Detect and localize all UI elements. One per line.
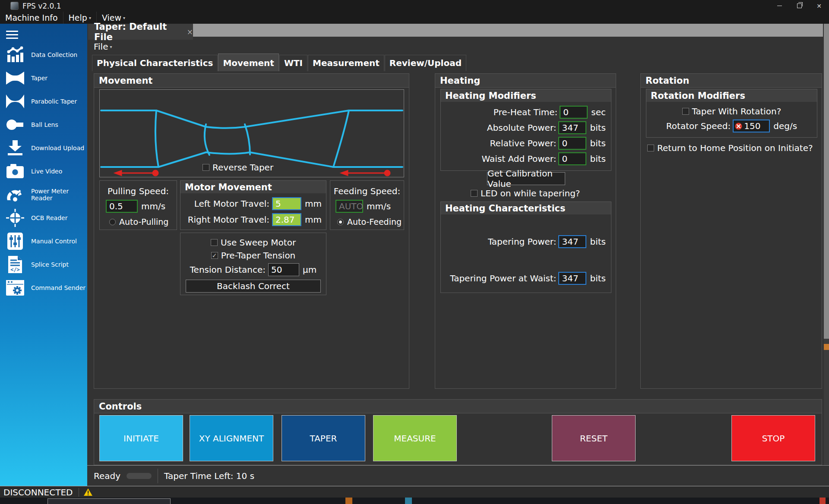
waist-add-power-label: Waist Add Power: bbox=[482, 154, 557, 164]
sidebar-item-power-meter-reader[interactable]: Power Meter Reader bbox=[0, 183, 87, 206]
connection-status-bar: DISCONNECTED bbox=[0, 486, 829, 498]
sidebar-item-ocb-reader[interactable]: OCB Reader bbox=[0, 206, 87, 230]
ball-lens-icon bbox=[5, 115, 25, 134]
taskbar-app-icon[interactable] bbox=[345, 498, 352, 504]
sidebar-item-taper[interactable]: Taper bbox=[0, 66, 87, 90]
sidebar-item-parabolic-taper[interactable]: Parabolic Taper bbox=[0, 90, 87, 113]
taper-with-rotation-checkbox[interactable] bbox=[682, 108, 689, 115]
tab-review-upload[interactable]: Review/Upload bbox=[385, 55, 466, 71]
measure-button[interactable]: MEASURE bbox=[373, 415, 457, 461]
rotation-panel-title: Rotation bbox=[641, 74, 822, 88]
pulling-speed-input[interactable]: 0.5 bbox=[106, 200, 138, 213]
svg-text:</>: </> bbox=[10, 267, 20, 273]
motor-movement-title: Motor Movement bbox=[180, 181, 326, 193]
caret-down-icon: ▾ bbox=[89, 16, 91, 20]
auto-pulling-label: Auto-Pulling bbox=[119, 217, 168, 227]
return-home-checkbox[interactable] bbox=[647, 145, 654, 151]
document-tab-title: Taper: Default File bbox=[94, 22, 181, 42]
rotator-speed-label: Rotator Speed: bbox=[666, 121, 731, 131]
taper-icon bbox=[5, 69, 25, 88]
heating-panel: Heating Heating Modifiers Pre-Heat Time:… bbox=[435, 73, 616, 389]
window-scrollbar[interactable] bbox=[824, 24, 829, 486]
taskbar-search-box[interactable] bbox=[47, 498, 171, 504]
left-motor-travel-unit: mm bbox=[305, 198, 322, 209]
pre-heat-time-label: Pre-Heat Time: bbox=[494, 107, 558, 117]
taper-button[interactable]: TAPER bbox=[282, 415, 365, 461]
pulling-speed-label: Pulling Speed: bbox=[100, 186, 177, 196]
xy-alignment-button[interactable]: XY ALIGNMENT bbox=[190, 415, 273, 461]
tab-movement[interactable]: Movement bbox=[218, 54, 278, 71]
right-motor-travel-label: Right Motor Travel: bbox=[188, 214, 269, 225]
feeding-speed-input[interactable]: AUTO bbox=[335, 200, 363, 213]
get-calibration-value-button[interactable]: Get Calibration Value bbox=[487, 172, 565, 185]
file-menu[interactable]: File▾ bbox=[94, 41, 112, 52]
pre-heat-time-input[interactable]: 0 bbox=[560, 106, 588, 119]
window-title: FPS v2.0.1 bbox=[22, 2, 61, 10]
status-progress-bar bbox=[127, 473, 152, 479]
sidebar-item-ball-lens[interactable]: Ball Lens bbox=[0, 113, 87, 136]
os-taskbar[interactable] bbox=[0, 498, 829, 504]
tab-physical-characteristics[interactable]: Physical Characteristics bbox=[92, 55, 218, 71]
tension-distance-label: Tension Distance: bbox=[190, 265, 266, 275]
tab-wti[interactable]: WTI bbox=[279, 55, 307, 71]
initiate-button[interactable]: INITIATE bbox=[99, 415, 183, 461]
reverse-taper-checkbox[interactable] bbox=[203, 164, 209, 171]
stop-button[interactable]: STOP bbox=[731, 415, 815, 461]
tapering-power-waist-label: Tapering Power at Waist: bbox=[450, 273, 556, 284]
relative-power-input[interactable]: 0 bbox=[558, 137, 586, 150]
absolute-power-input[interactable]: 347 bbox=[558, 121, 586, 134]
absolute-power-label: Absolute Power: bbox=[487, 123, 557, 133]
warning-icon bbox=[83, 488, 93, 496]
pre-taper-tension-checkbox[interactable]: ✓ bbox=[211, 252, 218, 259]
hamburger-menu-icon[interactable] bbox=[6, 31, 18, 39]
rotation-modifiers-group: Rotation Modifiers Taper With Rotation? … bbox=[646, 89, 817, 138]
rotator-speed-input[interactable]: 150 bbox=[733, 120, 770, 132]
caret-down-icon: ▾ bbox=[110, 44, 112, 49]
restore-button[interactable] bbox=[789, 0, 809, 12]
taskbar-app-icon[interactable] bbox=[820, 498, 826, 504]
tapering-power-waist-input[interactable]: 347 bbox=[558, 272, 586, 285]
sidebar-item-manual-control[interactable]: Manual Control bbox=[0, 230, 87, 253]
sidebar-item-live-video[interactable]: Live Video bbox=[0, 160, 87, 183]
tab-strip bbox=[193, 24, 823, 37]
backlash-correct-button[interactable]: Backlash Correct bbox=[186, 280, 321, 293]
menu-help[interactable]: Help▾ bbox=[63, 12, 97, 24]
app-window: FPS v2.0.1 ✕ Machine Info Help▾ View▾ Da… bbox=[0, 0, 829, 504]
waist-add-power-input[interactable]: 0 bbox=[558, 152, 586, 165]
led-while-tapering-checkbox[interactable] bbox=[471, 190, 478, 197]
status-ready-text: Ready bbox=[94, 471, 120, 481]
feeding-speed-unit: mm/s bbox=[367, 201, 391, 211]
minimize-button[interactable] bbox=[769, 0, 789, 12]
auto-pulling-radio[interactable] bbox=[109, 219, 116, 225]
sidebar-item-download-upload[interactable]: Download Upload bbox=[0, 136, 87, 160]
led-row: LED on while tapering? bbox=[471, 188, 580, 198]
app-icon bbox=[10, 2, 19, 10]
reset-button[interactable]: RESET bbox=[552, 415, 636, 461]
sidebar-item-splice-script[interactable]: </> Splice Script bbox=[0, 253, 87, 276]
tension-distance-input[interactable]: 50 bbox=[268, 263, 299, 276]
led-while-tapering-label: LED on while tapering? bbox=[481, 188, 580, 198]
tab-close-icon[interactable]: × bbox=[187, 28, 193, 36]
relative-power-unit: bits bbox=[590, 138, 606, 148]
tapering-power-input[interactable]: 347 bbox=[558, 235, 586, 248]
left-motor-travel-input[interactable]: 5 bbox=[272, 197, 301, 210]
close-button[interactable]: ✕ bbox=[809, 0, 829, 12]
tapering-power-unit: bits bbox=[590, 236, 606, 247]
power-meter-icon bbox=[5, 185, 25, 204]
menu-machine-info[interactable]: Machine Info bbox=[0, 12, 63, 24]
validation-error-icon bbox=[735, 123, 742, 130]
right-motor-travel-input[interactable]: 2.87 bbox=[272, 213, 301, 226]
use-sweep-motor-checkbox[interactable] bbox=[211, 239, 218, 246]
sidebar-item-data-collection[interactable]: Data Collection bbox=[0, 43, 87, 66]
sidebar: Data Collection Taper Parabolic Taper bbox=[0, 24, 87, 486]
manual-control-icon bbox=[5, 232, 25, 251]
auto-feeding-radio[interactable] bbox=[337, 219, 344, 225]
use-sweep-motor-label: Use Sweep Motor bbox=[221, 237, 296, 248]
heating-characteristics-group: Heating Characteristics Tapering Power: … bbox=[440, 202, 611, 293]
taper-profile-diagram: Reverse Taper bbox=[99, 89, 404, 177]
document-tab[interactable]: Taper: Default File × bbox=[88, 24, 193, 40]
tab-measurement[interactable]: Measurement bbox=[308, 55, 384, 71]
taskbar-app-icon[interactable] bbox=[405, 498, 412, 504]
pre-taper-tension-label: Pre-Taper Tension bbox=[221, 250, 296, 261]
sidebar-item-command-sender[interactable]: Command Sender bbox=[0, 276, 87, 299]
